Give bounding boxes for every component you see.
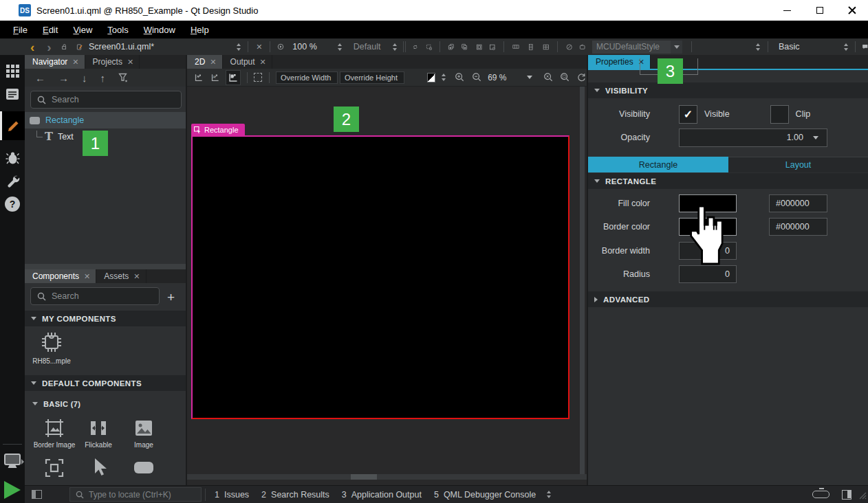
component-rectangle[interactable] [122,457,165,478]
canvas-vertical-scrollbar[interactable] [580,87,585,474]
opacity-dropdown-caret[interactable] [813,136,818,139]
grid-layout-icon[interactable] [543,41,549,53]
pane-issues[interactable]: 1 Issues [215,490,249,500]
section-visibility[interactable]: VISIBILITY [588,82,868,98]
tab-components-close-icon[interactable] [84,271,90,281]
annotation-box-icon[interactable] [579,41,585,53]
menu-help[interactable]: Help [183,25,217,35]
build-progress-icon[interactable] [812,491,829,498]
paste-style-icon[interactable] [461,41,468,53]
annotation-edit-icon[interactable] [566,41,572,53]
tab-components[interactable]: Components [25,269,96,283]
visible-checkbox[interactable] [679,105,697,124]
components-search[interactable] [30,287,160,305]
tab-navigator[interactable]: Navigator [25,55,85,69]
component-border-image[interactable]: Border Image [33,418,76,449]
reset-view-icon[interactable] [576,71,587,83]
minimize-button[interactable] [771,0,803,21]
forward-icon[interactable] [47,41,51,54]
locate-input[interactable] [89,490,195,500]
tab-assets-close-icon[interactable] [133,271,140,281]
navigator-search-input[interactable] [52,95,175,104]
outline-icon[interactable] [476,41,482,53]
theme-spinner[interactable] [844,43,848,51]
background-spinner[interactable] [442,74,446,81]
pane-spinner[interactable] [547,491,551,498]
workspace-spinner[interactable] [756,43,760,51]
fill-color-hex-input[interactable]: #000000 [769,194,827,212]
projects-mode-button[interactable] [0,169,25,192]
design-mode-button[interactable] [0,111,25,140]
move-left-icon[interactable]: ← [35,72,45,84]
component-mouse-area[interactable] [77,457,120,479]
tree-item-rectangle[interactable]: Rectangle [25,112,186,128]
tab-navigator-close-icon[interactable] [72,57,78,67]
current-document[interactable]: Screen01.ui.qml* [89,42,154,52]
radius-input[interactable]: 0 [679,265,737,283]
preview-zoom-value[interactable]: 100 % [292,42,316,52]
back-icon[interactable] [30,41,34,54]
tab-output[interactable]: Output [223,55,272,69]
copy-style-icon[interactable] [448,41,455,53]
menu-tools[interactable]: Tools [100,25,135,35]
move-down-icon[interactable]: ↓ [82,72,87,84]
menu-window[interactable]: Window [136,25,183,35]
outline-disable-icon[interactable] [489,41,495,53]
edit-document-icon[interactable] [76,41,83,53]
help-mode-button[interactable] [0,192,25,216]
zoom-fit-icon[interactable] [560,71,570,83]
component-item[interactable] [33,457,76,479]
no-snapping-icon[interactable] [193,71,204,84]
kit-selector-button[interactable] [0,449,25,473]
run-button[interactable] [0,478,25,502]
override-width-input[interactable] [276,71,338,84]
zoom-spinner[interactable] [338,43,342,51]
navigator-search[interactable] [30,91,182,109]
pane-application-output[interactable]: 3 Application Output [342,490,422,500]
zoom-out-icon[interactable] [472,71,482,83]
section-my-components[interactable]: MY COMPONENTS [25,311,186,326]
output-panel-icon[interactable] [842,490,851,500]
sidebar-toggle-icon[interactable] [32,490,42,499]
welcome-mode-button[interactable] [0,59,25,82]
zoom-dropdown-caret[interactable] [527,76,532,79]
section-advanced[interactable]: ADVANCED [588,291,868,307]
section-rectangle[interactable]: RECTANGLE [588,173,868,189]
close-document-icon[interactable] [256,42,262,52]
resize-grip-icon[interactable] [857,490,867,500]
menu-file[interactable]: File [6,25,35,35]
debug-mode-button[interactable] [0,146,25,169]
lock-icon[interactable] [61,41,67,52]
snapping-active-wrap[interactable] [226,70,241,85]
run-preview-icon[interactable] [277,41,284,53]
state-selector[interactable]: Default [354,42,381,52]
menu-edit[interactable]: Edit [35,25,65,35]
style-selector[interactable]: MCUDefaultStyle [592,41,671,54]
rectangle-element[interactable] [191,135,569,419]
component-flickable[interactable]: Flickable [77,418,120,449]
override-height-input[interactable] [340,71,404,84]
move-up-icon[interactable]: ↑ [100,72,106,84]
pane-qml-debugger[interactable]: 5 QML Debugger Console [434,490,536,500]
tab-output-close-icon[interactable] [260,57,266,67]
add-component-button[interactable]: + [167,291,175,304]
tab-rectangle-props[interactable]: Rectangle [588,157,728,172]
tab-2d[interactable]: 2D [187,55,223,69]
zoom-in-icon[interactable] [455,71,465,83]
rows-layout-icon[interactable] [528,41,534,53]
feedback-bubble-icon[interactable] [862,41,868,52]
theme-selector[interactable]: Basic [779,42,800,52]
components-search-input[interactable] [52,291,153,301]
tab-layout-props[interactable]: Layout [728,157,868,172]
tab-projects-close-icon[interactable] [127,57,133,67]
locate-box[interactable] [69,487,202,502]
edit-mode-button[interactable] [0,82,25,106]
selection-tag[interactable]: Rectangle [191,124,245,135]
navigator-scroll-strip[interactable] [25,264,187,269]
design-canvas[interactable]: Rectangle [187,87,588,485]
export-selection-icon[interactable] [426,41,432,53]
component-rh850-example[interactable]: RH85...mple [30,330,73,365]
canvas-zoom-value[interactable]: 69 % [488,73,506,82]
canvas-background-swatch[interactable] [427,73,435,82]
close-button[interactable] [836,0,868,21]
